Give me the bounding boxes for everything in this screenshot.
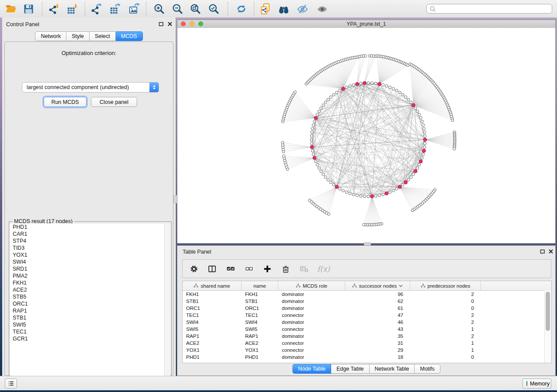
tab-network-table[interactable]: Network Table xyxy=(370,364,415,374)
column-header-successor-nodes[interactable]: successor nodes xyxy=(345,281,410,290)
save-session-icon[interactable] xyxy=(21,2,36,15)
criterion-dropdown[interactable]: largest connected component (undirected) xyxy=(22,82,159,93)
import-table-icon[interactable] xyxy=(65,2,80,15)
mcds-result-item[interactable]: SRD1 xyxy=(10,265,164,272)
column-header-shared-name[interactable]: shared name xyxy=(183,281,242,290)
mcds-result-item[interactable]: STP4 xyxy=(10,237,164,244)
mcds-result-item[interactable]: STB1 xyxy=(10,314,164,321)
table-scrollbar-thumb[interactable] xyxy=(546,292,550,331)
network-canvas[interactable]: .ei{stroke:#9b9b9b;stroke-width:.55;opac… xyxy=(177,28,555,243)
table-cell: FKH1 xyxy=(242,291,278,298)
mcds-result-item[interactable]: ACE2 xyxy=(10,286,164,293)
open-file-icon[interactable] xyxy=(3,2,18,15)
table-cell: 1 xyxy=(410,340,481,347)
float-table-panel-icon[interactable] xyxy=(539,248,546,255)
table-cell: 47 xyxy=(345,312,410,319)
mcds-result-item[interactable]: RAP1 xyxy=(10,307,164,314)
table-cell: connector xyxy=(278,347,345,354)
mcds-result-item[interactable]: SWI5 xyxy=(10,321,164,328)
control-panel-tabs: NetworkStyleSelectMCDS xyxy=(2,31,176,41)
unselect-all-icon[interactable] xyxy=(244,264,254,274)
search-icon xyxy=(429,6,436,12)
mcds-result-item[interactable]: YOX1 xyxy=(10,251,164,258)
table-cell: dominator xyxy=(278,305,345,312)
table-scrollbar[interactable] xyxy=(544,290,551,363)
network-graph[interactable]: .ei{stroke:#9b9b9b;stroke-width:.55;opac… xyxy=(177,28,555,243)
zoom-selected-icon[interactable] xyxy=(206,2,221,15)
memory-button[interactable]: Memory xyxy=(522,378,551,389)
show-eye-icon[interactable] xyxy=(315,2,329,15)
close-panel-icon[interactable] xyxy=(166,21,173,28)
table-cell: connector xyxy=(278,326,345,333)
zoom-out-icon[interactable] xyxy=(170,2,185,15)
table-cell: dominator xyxy=(278,333,345,340)
export-image-icon[interactable] xyxy=(127,2,142,15)
mcds-result-item[interactable]: FKH1 xyxy=(10,279,164,286)
table-row[interactable]: YOX1YOX1connector291 xyxy=(183,347,551,354)
table-row[interactable]: STB1STB1dominator620 xyxy=(183,298,551,305)
table-row[interactable]: ACE2ACE2connector311 xyxy=(183,340,551,347)
mcds-result-item[interactable]: STB5 xyxy=(10,293,164,300)
run-mcds-button[interactable]: Run MCDS xyxy=(44,97,86,107)
table-row[interactable]: SWI5SWI5connector431 xyxy=(183,326,551,333)
export-network-icon[interactable] xyxy=(89,2,104,15)
table-row[interactable]: RAP1RAP1dominator352 xyxy=(183,333,551,340)
column-header-predecessor-nodes[interactable]: predecessor nodes xyxy=(410,281,481,290)
gear-icon[interactable] xyxy=(189,264,199,274)
hide-eye-icon[interactable] xyxy=(295,2,310,15)
show-columns-icon[interactable] xyxy=(207,264,218,274)
table-row[interactable]: SWI4SWI4dominator462 xyxy=(183,319,551,326)
table-header-row: shared namenameMCDS rolesuccessor nodesp… xyxy=(183,281,551,291)
table-cell: 35 xyxy=(345,333,410,340)
clone-network-icon[interactable] xyxy=(258,2,273,15)
column-header-label: MCDS role xyxy=(303,283,327,289)
float-panel-icon[interactable] xyxy=(158,21,165,28)
column-header-name[interactable]: name xyxy=(242,281,278,290)
tab-style[interactable]: Style xyxy=(66,31,90,41)
column-header-mcds-role[interactable]: MCDS role xyxy=(278,281,345,290)
table-cell: 2 xyxy=(410,312,481,319)
add-column-icon[interactable] xyxy=(262,264,273,274)
toolbar-separator xyxy=(254,2,254,16)
status-bar: Memory xyxy=(0,376,557,390)
export-table-icon[interactable] xyxy=(107,2,122,15)
mcds-result-item[interactable]: PHD1 xyxy=(10,224,164,230)
table-row[interactable]: ORC1ORC1dominator610 xyxy=(183,305,551,312)
close-panel-button[interactable]: Close panel xyxy=(91,97,137,107)
search-input[interactable] xyxy=(436,5,549,12)
result-scrollbar[interactable] xyxy=(165,224,170,383)
binoculars-icon[interactable] xyxy=(276,2,291,15)
column-header-label: predecessor nodes xyxy=(428,283,471,289)
mcds-result-item[interactable]: SWI4 xyxy=(10,258,164,265)
table-row[interactable]: FKH1FKH1dominator962 xyxy=(183,291,551,298)
control-panel: Control Panel NetworkStyleSelectMCDS Opt… xyxy=(2,17,176,376)
tab-edge-table[interactable]: Edge Table xyxy=(331,364,369,374)
import-network-icon[interactable] xyxy=(46,2,61,15)
delete-column-icon[interactable] xyxy=(280,264,291,274)
tab-motifs[interactable]: Motifs xyxy=(415,364,440,374)
select-all-icon[interactable] xyxy=(225,264,236,274)
mcds-result-item[interactable]: TID3 xyxy=(10,244,164,251)
mcds-result-item[interactable]: GCR1 xyxy=(10,335,164,342)
criterion-value: largest connected component (undirected) xyxy=(22,84,149,90)
table-cell: 43 xyxy=(345,326,410,333)
mcds-result-group: MCDS result (17 nodes) PHD1CAR1STP4TID3Y… xyxy=(9,221,172,385)
table-row[interactable]: PHD1PHD1dominator180 xyxy=(183,354,551,361)
tab-node-table[interactable]: Node Table xyxy=(292,364,331,374)
tab-select[interactable]: Select xyxy=(90,31,116,41)
mcds-result-item[interactable]: CAR1 xyxy=(10,230,164,237)
close-table-panel-icon[interactable] xyxy=(547,248,554,255)
task-history-icon[interactable] xyxy=(5,378,17,389)
refresh-layout-icon[interactable] xyxy=(234,2,249,15)
toolbar-separator xyxy=(85,2,85,16)
table-cell: RAP1 xyxy=(242,333,278,340)
zoom-fit-icon[interactable] xyxy=(188,2,203,15)
table-row[interactable]: TEC1TEC1connector472 xyxy=(183,312,551,319)
mcds-result-item[interactable]: ORC1 xyxy=(10,300,164,307)
mcds-result-item[interactable]: TEC1 xyxy=(10,328,164,335)
zoom-in-icon[interactable] xyxy=(152,2,166,15)
mcds-result-item[interactable]: PMA2 xyxy=(10,272,164,279)
tab-network[interactable]: Network xyxy=(35,31,66,41)
mcds-result-list[interactable]: PHD1CAR1STP4TID3YOX1SWI4SRD1PMA2FKH1ACE2… xyxy=(10,224,165,383)
tab-mcds[interactable]: MCDS xyxy=(116,31,143,41)
